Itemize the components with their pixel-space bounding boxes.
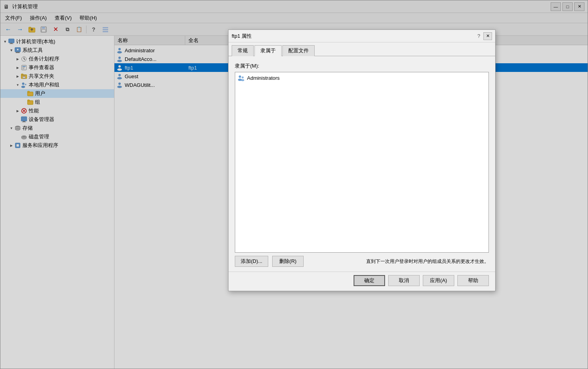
dialog-title-bar: ftp1 属性 ? ✕ <box>229 30 495 42</box>
action-hint: 直到下一次用户登录时对用户的组成员关系的更改才生效。 <box>311 258 489 265</box>
help-button[interactable]: 帮助 <box>457 275 489 286</box>
member-of-label: 隶属于(M): <box>235 62 489 70</box>
member-list-box[interactable]: Administrators <box>235 72 489 253</box>
member-name-administrators: Administrators <box>247 75 280 81</box>
icon-administrators-group <box>238 74 245 81</box>
dialog-close-button[interactable]: ✕ <box>483 32 492 40</box>
svg-point-63 <box>241 79 244 81</box>
member-item-administrators[interactable]: Administrators <box>236 73 488 83</box>
apply-button[interactable]: 应用(A) <box>423 275 454 286</box>
add-button[interactable]: 添加(D)... <box>235 256 268 267</box>
svg-point-62 <box>242 77 244 79</box>
dialog-content: 隶属于(M): Administrators <box>229 56 495 256</box>
dialog-overlay: ftp1 属性 ? ✕ 常规 隶属于 配置文件 隶属于(M): <box>0 0 588 369</box>
ok-button[interactable]: 确定 <box>354 275 385 286</box>
dialog-bottom: 确定 取消 应用(A) 帮助 <box>229 272 495 291</box>
dialog-help-icon[interactable]: ? <box>477 33 480 39</box>
svg-point-60 <box>239 75 241 78</box>
tab-memberof[interactable]: 隶属于 <box>254 45 282 56</box>
dialog-title: ftp1 属性 <box>232 33 252 40</box>
dialog-action-row: 添加(D)... 删除(R) 直到下一次用户登录时对用户的组成员关系的更改才生效… <box>229 256 495 272</box>
properties-dialog: ftp1 属性 ? ✕ 常规 隶属于 配置文件 隶属于(M): <box>228 29 496 291</box>
tab-general[interactable]: 常规 <box>232 45 254 56</box>
cancel-button[interactable]: 取消 <box>388 275 420 286</box>
dialog-title-controls: ? ✕ <box>477 32 492 40</box>
tab-profile[interactable]: 配置文件 <box>282 45 315 56</box>
tabs-bar: 常规 隶属于 配置文件 <box>229 42 495 56</box>
remove-button[interactable]: 删除(R) <box>272 256 304 267</box>
